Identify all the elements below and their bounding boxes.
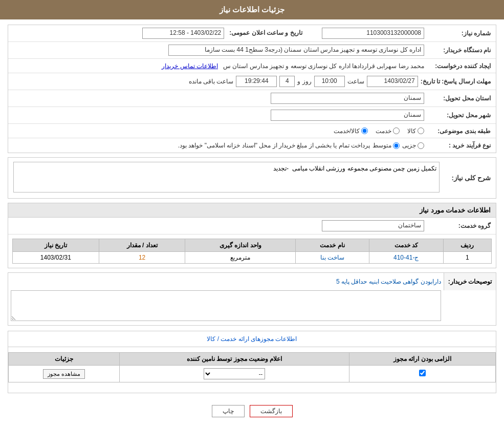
contact-link[interactable]: اطلاعات تماس خریدار — [162, 62, 218, 70]
permits-title: اطلاعات مجوزهای ارائه خدمت / کالا — [8, 331, 496, 347]
buyer-org-row: نام دستگاه خریدار: اداره کل نوسازی توسعه… — [8, 42, 496, 59]
need-number-row: شماره نیاز: 1103003132000008 تاریخ و ساع… — [8, 25, 496, 42]
permit-details-cell: مشاهده مجوز — [9, 366, 120, 382]
category-option-2[interactable]: خدمت — [376, 127, 400, 135]
permit-status-select[interactable]: -- — [204, 368, 265, 379]
col-row: ردیف — [443, 239, 491, 252]
category-value: کالا خدمت کالا/خدمت — [11, 126, 427, 136]
category-radio-group: کالا خدمت کالا/خدمت — [13, 127, 424, 135]
response-remaining-label: ساعت باقی مانده — [189, 78, 234, 85]
need-number-value: 1103003132000008 تاریخ و ساعت اعلان عموم… — [11, 27, 427, 40]
cell-unit: مترمربع — [185, 252, 296, 264]
cell-row: 1 — [443, 252, 491, 264]
purchase-type-value: جزیی متوسط پرداخت تمام یا بخشی از مبلغ خ… — [11, 141, 427, 150]
category-row: طبقه بندی موضوعی: کالا خدمت کالا/خدمت — [8, 124, 496, 138]
response-day-label: روز و — [297, 78, 311, 85]
response-deadline-row: مهلت ارسال پاسخ: تا تاریخ: 1403/02/27 سا… — [8, 73, 496, 90]
col-unit: واحد اندازه گیری — [185, 239, 296, 252]
buyer-org-label: نام دستگاه خریدار: — [427, 47, 493, 54]
cell-service-code: ج-41-410 — [369, 252, 443, 264]
province-value: سمنان — [11, 92, 427, 105]
city-value: سمنان — [11, 109, 427, 122]
group-service-label: گروه خدمت: — [427, 222, 493, 229]
buyer-org-box: اداره کل نوسازی توسعه و تجهیز مدارس استا… — [168, 45, 424, 56]
city-label: شهر محل تحویل: — [427, 112, 493, 119]
purchase-radio-motavasset[interactable] — [393, 142, 400, 149]
purchase-jozi[interactable]: جزیی — [402, 142, 424, 149]
col-status: اعلام وضعیت مجوز توسط نامین کننده — [120, 353, 349, 366]
print-button[interactable]: چاپ — [212, 405, 245, 417]
city-row: شهر محل تحویل: سمنان — [8, 107, 496, 124]
services-table-wrapper: ردیف کد خدمت نام خدمت واحد اندازه گیری ت… — [8, 234, 496, 268]
permits-section: اطلاعات مجوزهای ارائه خدمت / کالا الزامی… — [8, 331, 496, 393]
response-date-box: 1403/02/27 — [367, 76, 418, 87]
category-option-3[interactable]: کالا/خدمت — [334, 127, 368, 135]
need-number-box: 1103003132000008 — [322, 28, 424, 39]
need-desc-row: شرح کلی نیاز: — [8, 158, 496, 198]
back-button[interactable]: بازگشت — [250, 405, 293, 417]
permit-mandatory-cell — [349, 366, 495, 382]
category-option-1[interactable]: کالا — [407, 127, 424, 135]
purchase-note-text: پرداخت تمام یا بخشی از مبلغ خریدار از مح… — [178, 142, 370, 149]
need-number-label: شماره نیاز: — [427, 30, 493, 37]
buyer-notes-section: توصیحات خریدار: دارابودن گواهی صلاحیت اب… — [8, 272, 496, 326]
services-table: ردیف کد خدمت نام خدمت واحد اندازه گیری ت… — [12, 239, 492, 264]
purchase-radio-jozi[interactable] — [418, 142, 424, 149]
permit-view-button[interactable]: مشاهده مجوز — [43, 369, 85, 379]
top-info-section: شماره نیاز: 1103003132000008 تاریخ و ساع… — [8, 25, 496, 153]
cell-need-date: 1403/02/31 — [13, 252, 99, 264]
province-label: استان محل تحویل: — [427, 95, 493, 102]
requester-label: ایجاد کننده درخواست: — [427, 62, 493, 70]
table-row: 1 ج-41-410 ساخت بنا مترمربع 12 1403/02/3… — [13, 252, 492, 264]
purchase-type-label: نوع فرآیند خرید : — [427, 142, 493, 149]
content-area: شماره نیاز: 1103003132000008 تاریخ و ساع… — [0, 19, 504, 430]
col-need-date: تاریخ نیاز — [13, 239, 99, 252]
need-desc-textarea[interactable] — [13, 162, 440, 193]
date-label: تاریخ و ساعت اعلان عمومی: — [229, 29, 304, 36]
response-days-box: 4 — [279, 76, 295, 87]
col-quantity: تعداد / مقدار — [99, 239, 185, 252]
group-service-row: گروه خدمت: ساختمان — [8, 218, 496, 234]
buyer-notes-textarea[interactable] — [11, 290, 441, 321]
category-label: طبقه بندی موضوعی: — [427, 127, 493, 135]
cell-service-name: ساخت بنا — [296, 252, 369, 264]
response-time-label: ساعت — [347, 78, 364, 85]
category-radio-kala-khedmat[interactable] — [361, 127, 368, 134]
col-service-name: نام خدمت — [296, 239, 369, 252]
need-desc-label: شرح کلی نیاز: — [442, 174, 493, 182]
permits-title-text: اطلاعات مجوزهای ارائه خدمت / کالا — [207, 335, 297, 343]
response-time-box: 10:00 — [314, 76, 345, 87]
permits-table-header: الزامی بودن ارائه مجوز اعلام وضعیت مجوز … — [9, 353, 496, 366]
response-remaining-box: 19:29:44 — [236, 76, 277, 87]
province-row: استان محل تحویل: سمنان — [8, 90, 496, 107]
col-mandatory: الزامی بودن ارائه مجوز — [349, 353, 495, 366]
cell-quantity: 12 — [99, 252, 185, 264]
services-table-header: ردیف کد خدمت نام خدمت واحد اندازه گیری ت… — [13, 239, 492, 252]
requester-value: محمد رضا سهرابی قراردادها اداره کل نوساز… — [11, 61, 427, 71]
permit-status-cell: -- — [120, 366, 349, 382]
need-desc-value — [11, 159, 442, 197]
buyer-notes-label: توصیحات خریدار: — [444, 273, 496, 290]
need-description-section: شرح کلی نیاز: — [8, 157, 496, 199]
page-wrapper: جزئیات اطلاعات نیاز شماره نیاز: 11030031… — [0, 0, 504, 448]
permit-row: -- مشاهده مجوز — [9, 366, 496, 382]
permits-table-area: الزامی بودن ارائه مجوز اعلام وضعیت مجوز … — [8, 347, 496, 393]
col-service-code: کد خدمت — [369, 239, 443, 252]
response-deadline-label: مهلت ارسال پاسخ: تا تاریخ: — [421, 78, 493, 85]
footer-buttons: بازگشت چاپ — [8, 397, 496, 425]
response-deadline-value: 1403/02/27 ساعت 10:00 روز و 4 19:29:44 س… — [11, 75, 421, 88]
requester-row: ایجاد کننده درخواست: محمد رضا سهرابی قرا… — [8, 59, 496, 73]
province-box: سمنان — [271, 93, 424, 104]
buyer-notes-text: دارابودن گواهی صلاحیت ابنیه حداقل پایه 5 — [11, 275, 441, 288]
permit-mandatory-checkbox[interactable] — [419, 370, 426, 376]
col-details: جزئیات — [9, 353, 120, 366]
category-radio-kala[interactable] — [418, 127, 424, 134]
buyer-notes-content: دارابودن گواهی صلاحیت ابنیه حداقل پایه 5 — [8, 273, 444, 325]
services-section: اطلاعات خدمات مورد نیاز گروه خدمت: ساختم… — [8, 203, 496, 268]
purchase-motavasset[interactable]: متوسط — [372, 142, 400, 149]
purchase-type-row: نوع فرآیند خرید : جزیی متوسط پرداخت تمام… — [8, 138, 496, 153]
group-service-box: ساختمان — [322, 220, 424, 231]
category-radio-khedmat[interactable] — [393, 127, 400, 134]
page-title: جزئیات اطلاعات نیاز — [0, 0, 504, 19]
requester-text: محمد رضا سهرابی قراردادها اداره کل نوساز… — [223, 62, 424, 70]
